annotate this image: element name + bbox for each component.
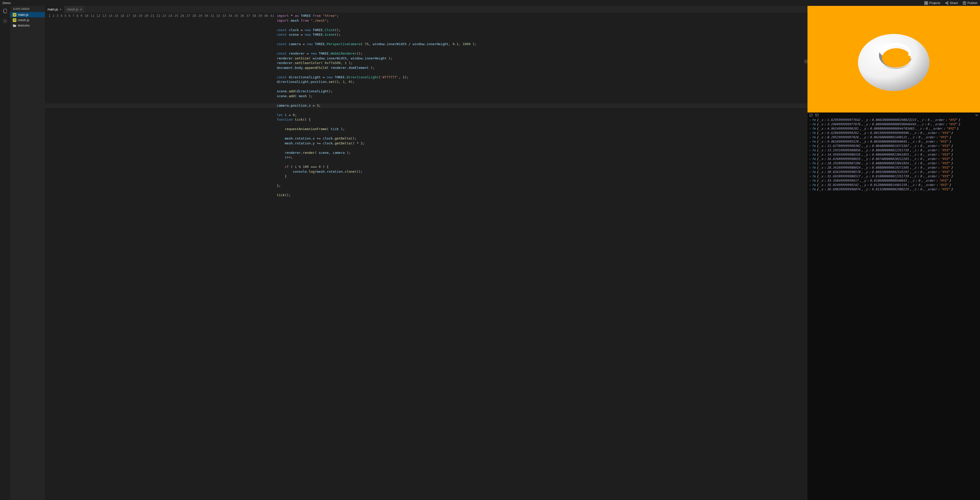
console-line[interactable]: ▸fe {_x: 4.962499999996281, _y: 0.000800… <box>810 126 978 131</box>
expand-icon[interactable]: ▸ <box>810 144 811 147</box>
svg-point-6 <box>947 3 948 4</box>
app-title: Demo <box>3 1 924 5</box>
expand-icon[interactable]: ▸ <box>810 162 811 165</box>
svg-rect-1 <box>926 1 928 3</box>
file-item-main-js[interactable]: JSmain.js <box>10 12 45 17</box>
tab-mesh-js[interactable]: mesh.js× <box>64 6 85 13</box>
console-line[interactable]: ▸fe {_x: 11.627099999990302, _y: 0.00480… <box>810 144 978 148</box>
render-canvas[interactable] <box>808 6 980 113</box>
console-line[interactable]: ▸fe {_x: 3.2960999999977676, _y: 0.00040… <box>810 122 978 126</box>
expand-icon[interactable]: ▸ <box>810 158 811 160</box>
publish-label: Publish <box>967 1 977 5</box>
svg-point-5 <box>947 2 948 3</box>
projects-label: Projects <box>929 1 940 5</box>
console-panel: ▸fe {_x: 1.6295999999977642, _y: 0.00020… <box>808 113 980 500</box>
file-label: mesh.js <box>18 18 29 22</box>
console-filter-button[interactable] <box>815 113 819 117</box>
torus-mesh <box>856 25 932 94</box>
expand-icon[interactable]: ▸ <box>810 171 811 173</box>
publish-button[interactable]: Publish <box>963 1 977 5</box>
svg-rect-0 <box>924 1 926 3</box>
console-line[interactable]: ▸fe {_x: 33.35849999999617, _y: 0.010600… <box>810 178 978 183</box>
file-item-mesh-js[interactable]: JSmesh.js <box>10 17 45 23</box>
console-line[interactable]: ▸fe {_x: 30.026299999998578, _y: 0.00920… <box>810 170 978 174</box>
console-line[interactable]: ▸fe {_x: 16.626099999998655, _y: 0.00740… <box>810 157 978 161</box>
svg-point-10 <box>5 21 6 22</box>
tab-main-js[interactable]: main.js× <box>45 6 64 13</box>
tab-label: main.js <box>48 7 58 11</box>
file-label: main.js <box>18 13 28 17</box>
projects-button[interactable]: Projects <box>924 1 940 5</box>
console-line[interactable]: ▸fe {_x: 1.6295999999977642, _y: 0.00020… <box>810 117 978 122</box>
publish-icon <box>963 1 966 5</box>
tab-close-icon[interactable]: × <box>80 7 82 11</box>
expand-icon[interactable]: ▸ <box>810 140 811 143</box>
js-file-icon: JS <box>13 13 16 17</box>
svg-line-7 <box>946 2 947 3</box>
console-collapse-button[interactable] <box>975 113 978 117</box>
share-button[interactable]: Share <box>945 1 958 5</box>
app-header: Demo Projects Share Publish <box>0 0 980 6</box>
js-file-icon: JS <box>13 18 16 22</box>
files-activity-icon[interactable] <box>3 8 8 14</box>
folder-icon <box>13 24 16 27</box>
activity-bar <box>0 6 10 500</box>
console-line[interactable]: ▸fe {_x: 9.961699999995528, _y: 0.003600… <box>810 139 978 144</box>
console-toolbar <box>808 113 980 117</box>
tab-label: mesh.js <box>67 7 78 11</box>
share-label: Share <box>950 1 958 5</box>
expand-icon[interactable]: ▸ <box>810 132 811 134</box>
expand-icon[interactable]: ▸ <box>810 153 811 156</box>
preview-panel: ▸fe {_x: 1.6295999999977642, _y: 0.00020… <box>808 6 980 500</box>
settings-activity-icon[interactable] <box>3 19 8 24</box>
expand-icon[interactable]: ▸ <box>810 127 811 130</box>
expand-icon[interactable]: ▸ <box>810 188 811 190</box>
console-line[interactable]: ▸fe {_x: 8.295299999997026, _y: 0.002600… <box>810 135 978 139</box>
svg-line-8 <box>946 3 947 3</box>
code-editor[interactable]: 1 2 3 4 5 6 7 8 9 10 11 12 13 14 15 16 1… <box>45 13 808 500</box>
expand-icon[interactable]: ▸ <box>810 179 811 182</box>
tab-close-icon[interactable]: × <box>59 7 62 11</box>
console-line[interactable]: ▸fe {_x: 36.690299999996874, _y: 0.01320… <box>810 187 978 191</box>
expand-icon[interactable]: ▸ <box>810 119 811 121</box>
console-line[interactable]: ▸fe {_x: 18.292899999987284, _y: 0.00860… <box>810 161 978 165</box>
console-line[interactable]: ▸fe {_x: 6.628699999999262, _y: 0.001999… <box>810 131 978 135</box>
svg-rect-2 <box>924 3 926 4</box>
console-output[interactable]: ▸fe {_x: 1.6295999999977642, _y: 0.00020… <box>808 117 980 191</box>
console-line[interactable]: ▸fe {_x: 31.692099999986517, _y: 0.01000… <box>810 174 978 178</box>
explorer-sidebar: EXPLORER JSmain.jsJSmesh.jstextures <box>10 6 45 500</box>
console-line[interactable]: ▸fe {_x: 28.342699999988014, _y: 0.00880… <box>810 165 978 170</box>
expand-icon[interactable]: ▸ <box>810 166 811 169</box>
editor-panel: main.js×mesh.js× 1 2 3 4 5 6 7 8 9 10 11… <box>45 6 808 500</box>
expand-icon[interactable]: ▸ <box>810 136 811 138</box>
expand-icon[interactable]: ▸ <box>810 149 811 152</box>
svg-point-4 <box>945 3 946 3</box>
console-line[interactable]: ▸fe {_x: 14.959599999986555, _y: 0.00660… <box>810 152 978 157</box>
svg-point-12 <box>882 48 911 68</box>
code-content[interactable]: import * as THREE from "three"; import m… <box>277 13 808 500</box>
console-line[interactable]: ▸fe {_x: 35.02499999999242, _y: 0.012000… <box>810 183 978 187</box>
file-label: textures <box>18 24 30 27</box>
svg-rect-3 <box>926 3 928 4</box>
expand-icon[interactable]: ▸ <box>810 184 811 186</box>
scrollbar-thumb[interactable] <box>804 60 808 63</box>
console-clear-button[interactable] <box>809 113 813 117</box>
grid-icon <box>924 1 928 5</box>
share-icon <box>945 1 948 5</box>
editor-tabs: main.js×mesh.js× <box>45 6 808 13</box>
console-line[interactable]: ▸fe {_x: 13.293199999988056, _y: 0.00600… <box>810 148 978 152</box>
file-item-textures[interactable]: textures <box>10 23 45 28</box>
explorer-title: EXPLORER <box>10 6 45 12</box>
line-gutter: 1 2 3 4 5 6 7 8 9 10 11 12 13 14 15 16 1… <box>45 13 277 500</box>
expand-icon[interactable]: ▸ <box>810 123 811 125</box>
expand-icon[interactable]: ▸ <box>810 175 811 178</box>
